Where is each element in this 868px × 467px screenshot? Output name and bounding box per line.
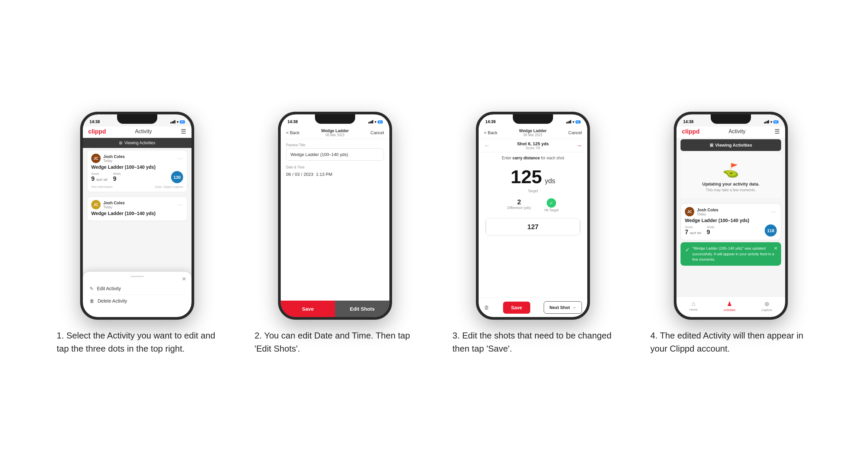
edit-shots-button[interactable]: Edit Shots <box>335 301 390 317</box>
toast-close-button[interactable]: ✕ <box>774 245 778 252</box>
cancel-button-3[interactable]: Cancel <box>568 130 582 135</box>
phone-4-header: clippd Activity ☰ <box>677 126 785 138</box>
viewing-bar-1: ⊞ Viewing Activities <box>83 138 191 148</box>
sheet-close-button[interactable]: ✕ <box>182 276 186 282</box>
filter-icon: ⊞ <box>119 141 122 145</box>
phone-1-status-icons: ▾ 5G <box>170 120 185 124</box>
avatar-4: JC <box>685 207 694 216</box>
wifi-icon-3: ▾ <box>572 120 574 124</box>
phone-3-center-header: Wedge Ladder 06 Mar 2023 <box>519 128 547 137</box>
hamburger-menu-1[interactable]: ☰ <box>181 128 186 135</box>
save-button-2[interactable]: Save <box>281 301 335 317</box>
phone-2-header: < Back Wedge Ladder 06 Mar 2023 Cancel <box>281 126 390 139</box>
avatar-1: JC <box>91 154 101 163</box>
loading-area: ⛳ Updating your activity data. This may … <box>681 152 781 198</box>
shot-value-input[interactable] <box>486 220 580 234</box>
user-name-1: Josh Coles <box>103 154 125 159</box>
diff-label: Difference (yds) <box>507 206 531 210</box>
save-button-3[interactable]: Save <box>503 302 530 314</box>
time-part[interactable]: 1:13 PM <box>316 172 332 177</box>
delete-activity-label: Delete Activity <box>98 298 127 304</box>
phone-3-time: 14:39 <box>485 119 496 124</box>
phone-2-inner: 14:38 ▾ 5G < Back <box>281 115 390 317</box>
bar4-3 <box>570 120 571 123</box>
bar4-2 <box>372 120 373 123</box>
phone-2-status-icons: ▾ 5G <box>368 120 383 124</box>
score-label-4: Score <box>685 225 701 229</box>
phone-4-nav: ⌂ Home ♟ Activities ⊕ Capture <box>677 297 785 317</box>
user-info-1: JC Josh Coles Today <box>91 154 125 163</box>
phone-4-notch <box>711 115 751 124</box>
user-date-1: Today <box>103 159 125 163</box>
bar2 <box>172 121 173 123</box>
date-month[interactable]: 03 <box>295 172 300 177</box>
nav-capture[interactable]: ⊕ Capture <box>761 300 772 312</box>
activity-card-4[interactable]: JC Josh Coles Today ··· Wedge Ladder (10… <box>681 203 781 240</box>
prev-shot-arrow[interactable]: ← <box>484 142 490 149</box>
bar3 <box>173 121 174 123</box>
nav-home[interactable]: ⌂ Home <box>689 300 698 312</box>
phone-2-footer: Save Edit Shots <box>281 301 390 317</box>
three-dots-2[interactable]: ··· <box>177 202 183 207</box>
bar3-3 <box>569 121 570 123</box>
bar3-4 <box>767 121 768 123</box>
score-label-1: Score <box>91 172 108 176</box>
activities-icon: ♟ <box>723 300 736 308</box>
shot-title: Shot 6, 125 yds <box>517 141 549 146</box>
sheet-handle <box>130 276 144 277</box>
edit-activity-item[interactable]: ✎ Edit Activity <box>90 282 185 294</box>
user-details-1: Josh Coles Today <box>103 154 125 163</box>
card-title-2: Wedge Ladder (100–140 yds) <box>91 211 183 216</box>
diff-row: 2 Difference (yds) ✓ Hit Target <box>478 195 587 215</box>
cancel-button-2[interactable]: Cancel <box>371 130 384 135</box>
delete-activity-item[interactable]: 🗑 Delete Activity <box>90 295 185 307</box>
target-label: Target <box>478 189 587 193</box>
next-shot-button[interactable]: Next Shot → <box>544 301 582 314</box>
phone-1-col: 14:38 ▾ 5G clippd Act <box>46 112 228 355</box>
phone-1-notch <box>117 115 157 124</box>
phone-1-time: 14:38 <box>90 119 100 124</box>
cellular-badge: 5G <box>180 120 185 123</box>
hamburger-menu-4[interactable]: ☰ <box>774 128 780 135</box>
footer-left-1: Test Information <box>91 185 113 189</box>
shots-label-4: Shots <box>707 225 714 229</box>
shots-value-4: 9 <box>707 229 714 236</box>
phone-3-col: 14:39 ▾ 5G < Back <box>442 112 623 355</box>
input-row: − + <box>485 218 581 236</box>
phone-4-title: Activity <box>728 128 746 134</box>
user-name-4: Josh Coles <box>697 208 718 212</box>
description-3: 3. Edit the shots that need to be change… <box>453 329 614 355</box>
next-shot-arrow[interactable]: → <box>576 142 582 149</box>
toast-message: "Wedge Ladder (100–140 yds)" was updated… <box>692 246 776 262</box>
carry-instruction: Enter carry distance for each shot <box>478 152 587 162</box>
practice-title-input[interactable] <box>286 148 384 161</box>
three-dots-1[interactable]: ··· <box>177 156 183 161</box>
home-icon: ⌂ <box>689 300 698 307</box>
user-name-2: Josh Coles <box>103 200 125 205</box>
clippd-logo-4: clippd <box>682 128 700 135</box>
bar4 <box>175 120 176 123</box>
out-of-4: OUT OF <box>690 231 701 235</box>
date-year[interactable]: 2023 <box>304 172 313 177</box>
description-1: 1. Select the Activity you want to edit … <box>57 329 218 355</box>
phone-4-status-icons: ▾ 5G <box>764 120 778 124</box>
activity-card-1[interactable]: JC Josh Coles Today ··· Wedge Ladder (10… <box>87 150 187 192</box>
cellular-badge-2: 5G <box>378 120 383 123</box>
back-button-3[interactable]: < Back <box>484 130 497 135</box>
bar1 <box>170 122 172 123</box>
phone-3-footer: 🗑 Save Next Shot → <box>478 298 587 317</box>
form-section: Practice Title Date & Time 06 / 03 / 202… <box>281 139 390 181</box>
activity-card-2[interactable]: JC Josh Coles Today ··· Wedge Ladder (10… <box>87 196 187 221</box>
nav-activities[interactable]: ♟ Activities <box>723 300 736 312</box>
user-details-2: Josh Coles Today <box>103 200 125 209</box>
shots-label-1: Shots <box>113 172 121 176</box>
bar1-2 <box>368 122 369 123</box>
phone-4-col: 14:38 ▾ 5G clippd Activity <box>640 112 822 355</box>
three-dots-4[interactable]: ··· <box>771 209 777 214</box>
date-day[interactable]: 06 <box>286 172 291 177</box>
shot-score: Score 7/9 <box>517 146 549 150</box>
back-button-2[interactable]: < Back <box>286 130 300 135</box>
practice-title-label: Practice Title <box>286 143 384 147</box>
delete-shot-button[interactable]: 🗑 <box>484 305 489 311</box>
increment-button[interactable]: + <box>580 218 581 235</box>
